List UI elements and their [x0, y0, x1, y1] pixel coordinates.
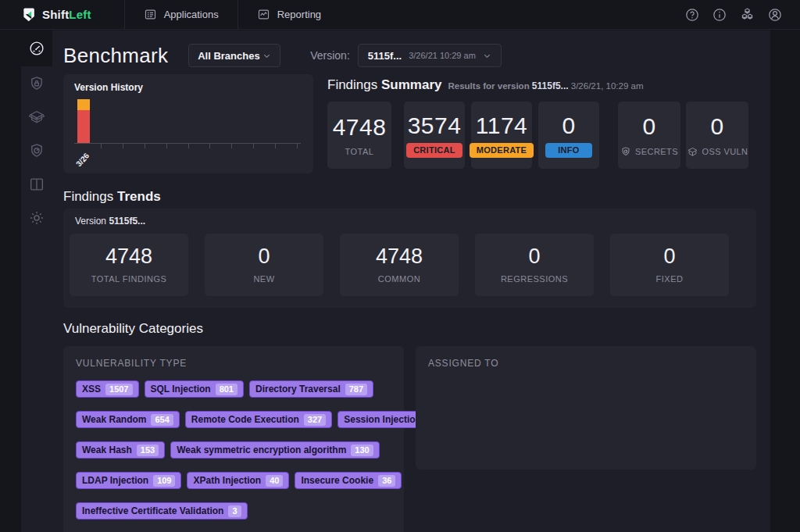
- nav-tab-label: Applications: [164, 9, 219, 20]
- page-header: Benchmark All Branches Version: 5115f...…: [63, 41, 756, 70]
- summary-card-secrets: 0 SECRETS: [618, 102, 680, 169]
- vulnerability-categories-heading: Vulnerability Categories: [63, 321, 756, 337]
- brand-text: ShiftLeft: [42, 8, 91, 21]
- assigned-to-title: ASSIGNED TO: [428, 358, 744, 369]
- trend-card-common: 4748 COMMON: [340, 234, 459, 296]
- assigned-to-panel: ASSIGNED TO: [416, 346, 756, 470]
- sidebar-item-packages[interactable]: [21, 100, 52, 134]
- sidebar-item-security[interactable]: [21, 66, 52, 100]
- branch-selector[interactable]: All Branches: [188, 44, 280, 67]
- package-icon: [28, 109, 45, 126]
- trend-card-total-findings: 4748 TOTAL FINDINGS: [70, 234, 188, 296]
- tag-xpath-injection[interactable]: XPath Injection40: [187, 472, 289, 489]
- shield-gauge-icon: [28, 142, 45, 159]
- version-history-title: Version History: [74, 82, 302, 93]
- help-icon[interactable]: [684, 7, 700, 23]
- info-badge: INFO: [545, 143, 591, 158]
- sidebar-item-policies[interactable]: [21, 134, 52, 167]
- reporting-icon: [257, 8, 270, 21]
- findings-summary-section: Findings Summary Results for version 511…: [313, 74, 756, 173]
- nav-tab-applications[interactable]: Applications: [124, 0, 238, 29]
- version-history-chart: 3/26: [74, 93, 302, 165]
- main-content: Benchmark All Branches Version: 5115f...…: [52, 30, 770, 532]
- findings-summary-subtitle: Results for version 5115f5... 3/26/21, 1…: [448, 80, 643, 91]
- trend-card-fixed: 0 FIXED: [610, 234, 729, 296]
- sidebar-item-compare[interactable]: [21, 167, 52, 201]
- tag-directory-traversal[interactable]: Directory Traversal787: [249, 380, 373, 398]
- shield-lock-icon: [28, 75, 45, 92]
- bar-segment-critical: [77, 110, 90, 143]
- branch-selector-value: All Branches: [198, 50, 259, 62]
- page-title: Benchmark: [63, 44, 168, 68]
- critical-badge: CRITICAL: [406, 143, 462, 158]
- shiftleft-logo[interactable]: ShiftLeft: [0, 0, 124, 29]
- tag-insecure-cookie[interactable]: Insecure Cookie36: [295, 472, 402, 489]
- summary-card-critical: 3574 CRITICAL: [404, 102, 465, 169]
- top-nav-actions: [684, 0, 800, 29]
- summary-card-oss-vuln: 0 OSS VULN: [686, 102, 748, 169]
- vulnerability-type-title: VULNERABILITY TYPE: [76, 358, 391, 369]
- sidebar-item-dashboard[interactable]: [21, 30, 52, 66]
- chevron-down-icon: [262, 52, 271, 60]
- vulnerability-type-panel: VULNERABILITY TYPE XSS1507 SQL Injection…: [63, 346, 404, 532]
- findings-summary-heading: Findings Summary Results for version 511…: [327, 77, 756, 93]
- tag-weak-symmetric-encryption[interactable]: Weak symmetric encryption algorithm130: [170, 441, 380, 459]
- trend-cards: 4748 TOTAL FINDINGS 0 NEW 4748 COMMON 0 …: [70, 234, 750, 296]
- trend-card-new: 0 NEW: [205, 234, 323, 296]
- findings-trends-panel: Version 5115f5... 4748 TOTAL FINDINGS 0 …: [63, 209, 756, 308]
- nav-tab-label: Reporting: [277, 9, 321, 20]
- applications-icon: [144, 8, 157, 21]
- summary-card-info: 0 INFO: [538, 102, 599, 169]
- summary-card-total: 4748 TOTAL: [327, 102, 391, 169]
- trends-version-label: Version 5115f5...: [75, 216, 750, 227]
- integrations-icon[interactable]: [739, 6, 755, 23]
- tag-weak-random[interactable]: Weak Random654: [76, 411, 180, 428]
- findings-summary-cards: 4748 TOTAL 3574 CRITICAL 1174 MODERATE 0…: [327, 102, 756, 169]
- version-selector-value: 5115f...: [368, 50, 402, 62]
- oss-package-icon: [687, 146, 698, 158]
- chart-bar-3-26[interactable]: [77, 99, 90, 143]
- columns-icon: [28, 176, 45, 193]
- bar-segment-moderate: [77, 99, 90, 110]
- chevron-down-icon: [483, 52, 491, 60]
- trend-card-regressions: 0 REGRESSIONS: [475, 234, 594, 296]
- profile-icon[interactable]: [767, 7, 783, 23]
- sidebar-item-settings[interactable]: [21, 201, 52, 234]
- vulnerability-tags: XSS1507 SQL Injection801 Directory Trave…: [76, 380, 391, 520]
- tag-xss[interactable]: XSS1507: [76, 380, 139, 398]
- tag-ldap-injection[interactable]: LDAP Injection109: [76, 472, 181, 489]
- sidebar: [21, 30, 52, 532]
- version-history-panel: Version History 3/26: [63, 74, 313, 173]
- tag-remote-code-execution[interactable]: Remote Code Execution327: [185, 411, 332, 428]
- tag-weak-hash[interactable]: Weak Hash153: [76, 441, 165, 459]
- dashboard-gauge-icon: [28, 40, 45, 57]
- summary-card-moderate: 1174 MODERATE: [471, 102, 532, 169]
- moderate-badge: MODERATE: [470, 143, 534, 158]
- app-frame: Benchmark All Branches Version: 5115f...…: [21, 30, 770, 532]
- shiftleft-logo-icon: [22, 7, 37, 22]
- x-axis-ticks: [101, 144, 298, 148]
- nav-tab-reporting[interactable]: Reporting: [238, 0, 340, 29]
- findings-trends-heading: Findings Trends: [63, 189, 756, 205]
- top-nav: ShiftLeft Applications Reporting: [0, 0, 800, 30]
- tag-ineffective-certificate-validation[interactable]: Ineffective Certificate Validation3: [76, 502, 248, 520]
- version-selector-date: 3/26/21 10:29 am: [409, 51, 476, 60]
- gear-icon: [28, 209, 45, 227]
- x-tick-label: 3/26: [74, 152, 91, 169]
- secrets-shield-icon: [620, 146, 631, 157]
- version-label: Version:: [310, 49, 350, 62]
- tag-sql-injection[interactable]: SQL Injection801: [145, 380, 244, 398]
- version-selector[interactable]: 5115f... 3/26/21 10:29 am: [358, 44, 502, 67]
- info-icon[interactable]: [712, 7, 727, 23]
